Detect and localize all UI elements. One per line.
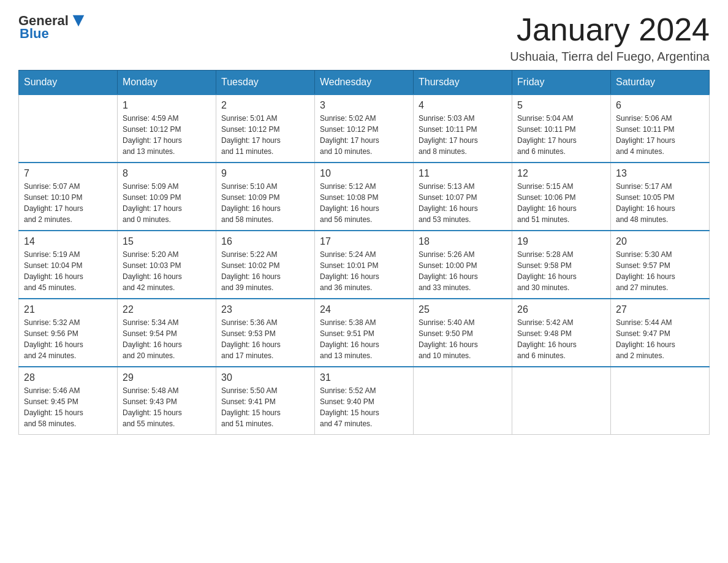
day-cell: 20Sunrise: 5:30 AMSunset: 9:57 PMDayligh… [611, 231, 710, 299]
day-cell: 6Sunrise: 5:06 AMSunset: 10:11 PMDayligh… [611, 94, 710, 163]
weekday-header-wednesday: Wednesday [315, 71, 414, 95]
day-number: 21 [24, 304, 112, 315]
day-number: 9 [221, 168, 309, 179]
day-number: 10 [320, 168, 408, 179]
day-number: 13 [616, 168, 704, 179]
day-info: Sunrise: 5:07 AMSunset: 10:10 PMDaylight… [24, 181, 112, 225]
day-info: Sunrise: 5:40 AMSunset: 9:50 PMDaylight:… [419, 317, 507, 361]
day-cell: 26Sunrise: 5:42 AMSunset: 9:48 PMDayligh… [512, 299, 611, 367]
weekday-header-monday: Monday [118, 71, 216, 95]
day-cell: 16Sunrise: 5:22 AMSunset: 10:02 PMDaylig… [216, 231, 315, 299]
day-number: 30 [221, 372, 309, 383]
day-info: Sunrise: 5:26 AMSunset: 10:00 PMDaylight… [419, 249, 507, 293]
week-row-4: 21Sunrise: 5:32 AMSunset: 9:56 PMDayligh… [19, 299, 710, 367]
calendar-table: SundayMondayTuesdayWednesdayThursdayFrid… [18, 70, 710, 435]
day-number: 31 [320, 372, 408, 383]
title-section: January 2024 Ushuaia, Tierra del Fuego, … [510, 12, 710, 64]
day-number: 15 [123, 236, 211, 247]
day-info: Sunrise: 5:32 AMSunset: 9:56 PMDaylight:… [24, 317, 112, 361]
day-number: 5 [517, 100, 605, 111]
weekday-header-sunday: Sunday [19, 71, 118, 95]
weekday-header-friday: Friday [512, 71, 611, 95]
weekday-header-saturday: Saturday [611, 71, 710, 95]
svg-marker-0 [73, 15, 85, 27]
location-subtitle: Ushuaia, Tierra del Fuego, Argentina [510, 50, 710, 64]
day-number: 28 [24, 372, 112, 383]
day-info: Sunrise: 5:15 AMSunset: 10:06 PMDaylight… [517, 181, 605, 225]
day-number: 18 [419, 236, 507, 247]
logo: General Blue [18, 12, 87, 42]
day-info: Sunrise: 5:09 AMSunset: 10:09 PMDaylight… [123, 181, 211, 225]
day-info: Sunrise: 5:48 AMSunset: 9:43 PMDaylight:… [123, 385, 211, 429]
day-info: Sunrise: 5:52 AMSunset: 9:40 PMDaylight:… [320, 385, 408, 429]
day-info: Sunrise: 5:12 AMSunset: 10:08 PMDaylight… [320, 181, 408, 225]
day-number: 22 [123, 304, 211, 315]
day-info: Sunrise: 5:06 AMSunset: 10:11 PMDaylight… [616, 113, 704, 157]
day-cell [611, 367, 710, 435]
day-cell [512, 367, 611, 435]
day-cell: 11Sunrise: 5:13 AMSunset: 10:07 PMDaylig… [414, 163, 512, 231]
day-cell: 10Sunrise: 5:12 AMSunset: 10:08 PMDaylig… [315, 163, 414, 231]
day-info: Sunrise: 5:04 AMSunset: 10:11 PMDaylight… [517, 113, 605, 157]
week-row-1: 1Sunrise: 4:59 AMSunset: 10:12 PMDayligh… [19, 94, 710, 163]
day-number: 20 [616, 236, 704, 247]
weekday-header-row: SundayMondayTuesdayWednesdayThursdayFrid… [19, 71, 710, 95]
month-title: January 2024 [510, 12, 710, 47]
day-info: Sunrise: 5:28 AMSunset: 9:58 PMDaylight:… [517, 249, 605, 293]
day-info: Sunrise: 5:30 AMSunset: 9:57 PMDaylight:… [616, 249, 704, 293]
day-number: 24 [320, 304, 408, 315]
day-number: 6 [616, 100, 704, 111]
day-cell: 4Sunrise: 5:03 AMSunset: 10:11 PMDayligh… [414, 94, 512, 163]
day-number: 17 [320, 236, 408, 247]
page-header: General Blue January 2024 Ushuaia, Tierr… [18, 12, 710, 64]
day-cell: 7Sunrise: 5:07 AMSunset: 10:10 PMDayligh… [19, 163, 118, 231]
day-number: 16 [221, 236, 309, 247]
day-cell: 13Sunrise: 5:17 AMSunset: 10:05 PMDaylig… [611, 163, 710, 231]
day-number: 19 [517, 236, 605, 247]
day-number: 11 [419, 168, 507, 179]
day-number: 3 [320, 100, 408, 111]
day-cell: 30Sunrise: 5:50 AMSunset: 9:41 PMDayligh… [216, 367, 315, 435]
day-number: 7 [24, 168, 112, 179]
day-info: Sunrise: 5:13 AMSunset: 10:07 PMDaylight… [419, 181, 507, 225]
day-cell: 22Sunrise: 5:34 AMSunset: 9:54 PMDayligh… [118, 299, 216, 367]
day-info: Sunrise: 5:24 AMSunset: 10:01 PMDaylight… [320, 249, 408, 293]
week-row-3: 14Sunrise: 5:19 AMSunset: 10:04 PMDaylig… [19, 231, 710, 299]
day-info: Sunrise: 5:17 AMSunset: 10:05 PMDaylight… [616, 181, 704, 225]
day-cell: 8Sunrise: 5:09 AMSunset: 10:09 PMDayligh… [118, 163, 216, 231]
day-number: 25 [419, 304, 507, 315]
day-cell: 31Sunrise: 5:52 AMSunset: 9:40 PMDayligh… [315, 367, 414, 435]
day-info: Sunrise: 5:10 AMSunset: 10:09 PMDaylight… [221, 181, 309, 225]
day-cell: 24Sunrise: 5:38 AMSunset: 9:51 PMDayligh… [315, 299, 414, 367]
day-cell [414, 367, 512, 435]
day-cell: 14Sunrise: 5:19 AMSunset: 10:04 PMDaylig… [19, 231, 118, 299]
day-cell: 17Sunrise: 5:24 AMSunset: 10:01 PMDaylig… [315, 231, 414, 299]
day-info: Sunrise: 5:02 AMSunset: 10:12 PMDaylight… [320, 113, 408, 157]
day-info: Sunrise: 5:38 AMSunset: 9:51 PMDaylight:… [320, 317, 408, 361]
logo-triangle-icon [70, 12, 87, 29]
day-cell: 19Sunrise: 5:28 AMSunset: 9:58 PMDayligh… [512, 231, 611, 299]
day-info: Sunrise: 5:46 AMSunset: 9:45 PMDaylight:… [24, 385, 112, 429]
day-cell: 1Sunrise: 4:59 AMSunset: 10:12 PMDayligh… [118, 94, 216, 163]
day-number: 27 [616, 304, 704, 315]
week-row-5: 28Sunrise: 5:46 AMSunset: 9:45 PMDayligh… [19, 367, 710, 435]
logo-text-blue: Blue [20, 26, 49, 42]
day-cell: 15Sunrise: 5:20 AMSunset: 10:03 PMDaylig… [118, 231, 216, 299]
day-cell: 2Sunrise: 5:01 AMSunset: 10:12 PMDayligh… [216, 94, 315, 163]
day-cell: 21Sunrise: 5:32 AMSunset: 9:56 PMDayligh… [19, 299, 118, 367]
day-cell: 29Sunrise: 5:48 AMSunset: 9:43 PMDayligh… [118, 367, 216, 435]
day-cell: 5Sunrise: 5:04 AMSunset: 10:11 PMDayligh… [512, 94, 611, 163]
day-info: Sunrise: 5:42 AMSunset: 9:48 PMDaylight:… [517, 317, 605, 361]
day-info: Sunrise: 4:59 AMSunset: 10:12 PMDaylight… [123, 113, 211, 157]
day-number: 12 [517, 168, 605, 179]
day-info: Sunrise: 5:20 AMSunset: 10:03 PMDaylight… [123, 249, 211, 293]
day-cell: 27Sunrise: 5:44 AMSunset: 9:47 PMDayligh… [611, 299, 710, 367]
day-number: 23 [221, 304, 309, 315]
day-info: Sunrise: 5:19 AMSunset: 10:04 PMDaylight… [24, 249, 112, 293]
day-number: 14 [24, 236, 112, 247]
day-cell: 28Sunrise: 5:46 AMSunset: 9:45 PMDayligh… [19, 367, 118, 435]
day-info: Sunrise: 5:50 AMSunset: 9:41 PMDaylight:… [221, 385, 309, 429]
day-info: Sunrise: 5:36 AMSunset: 9:53 PMDaylight:… [221, 317, 309, 361]
day-cell: 12Sunrise: 5:15 AMSunset: 10:06 PMDaylig… [512, 163, 611, 231]
day-number: 29 [123, 372, 211, 383]
